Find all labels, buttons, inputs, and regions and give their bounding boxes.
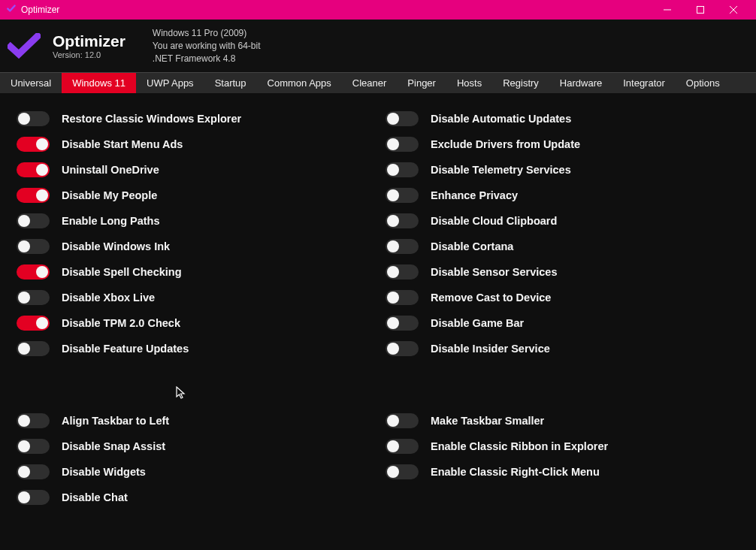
header: Optimizer Version: 12.0 Windows 11 Pro (… (0, 20, 756, 72)
toggle-row-taskbar_smaller: Make Taskbar Smaller (386, 413, 739, 428)
tab-windows11[interactable]: Windows 11 (62, 73, 136, 93)
toggle-disable_ink[interactable] (17, 239, 50, 254)
toggle-row-disable_chat: Disable Chat (17, 490, 370, 505)
toggle-label-disable_my_people: Disable My People (62, 189, 157, 201)
toggle-row-restore_explorer: Restore Classic Windows Explorer (17, 111, 370, 126)
toggle-disable_spell[interactable] (17, 264, 50, 280)
toggle-row-disable_feature: Disable Feature Updates (17, 341, 370, 356)
toggle-label-align_taskbar_left: Align Taskbar to Left (62, 415, 169, 427)
toggle-label-disable_cortana: Disable Cortana (431, 240, 513, 252)
toggle-disable_auto_upd[interactable] (386, 111, 419, 126)
toggle-knob (18, 466, 30, 478)
toggle-knob (387, 164, 399, 176)
toggle-label-classic_ribbon: Enable Classic Ribbon in Explorer (431, 440, 608, 452)
toggle-classic_rclick[interactable] (386, 464, 419, 479)
toggle-label-enhance_privacy: Enhance Privacy (431, 189, 518, 201)
tab-cleaner[interactable]: Cleaner (342, 73, 398, 93)
toggle-row-uninstall_onedrive: Uninstall OneDrive (17, 162, 370, 177)
env-arch: You are working with 64-bit (153, 40, 261, 53)
toggle-knob (18, 292, 30, 304)
toggle-row-disable_xbox: Disable Xbox Live (17, 290, 370, 305)
toggle-knob (387, 138, 399, 150)
toggle-exclude_drivers[interactable] (386, 137, 419, 152)
app-version: Version: 12.0 (53, 50, 125, 59)
toggle-disable_chat[interactable] (17, 490, 50, 505)
toggle-knob (387, 343, 399, 355)
tab-uwp[interactable]: UWP Apps (136, 73, 204, 93)
toggle-label-uninstall_onedrive: Uninstall OneDrive (62, 164, 159, 176)
toggle-disable_cloudclip[interactable] (386, 213, 419, 228)
toggle-restore_explorer[interactable] (17, 111, 50, 126)
toggle-knob (36, 189, 48, 201)
minimize-button[interactable] (651, 0, 684, 20)
toggle-label-disable_start_ads: Disable Start Menu Ads (62, 138, 183, 150)
toggle-label-exclude_drivers: Exclude Drivers from Update (431, 138, 580, 150)
titlebar: Optimizer (0, 0, 756, 20)
toggle-label-disable_sensor: Disable Sensor Services (431, 266, 557, 278)
tab-commonapps[interactable]: Common Apps (257, 73, 342, 93)
toggle-disable_telemetry[interactable] (386, 162, 419, 177)
toggle-row-disable_cloudclip: Disable Cloud Clipboard (386, 213, 739, 228)
toggle-knob (387, 215, 399, 227)
env-dotnet: .NET Framework 4.8 (153, 53, 261, 65)
toggle-row-enable_long_paths: Enable Long Paths (17, 213, 370, 228)
toggle-taskbar_smaller[interactable] (386, 413, 419, 428)
settings-column-left: Restore Classic Windows ExplorerDisable … (17, 111, 370, 536)
toggle-label-classic_rclick: Enable Classic Right-Click Menu (431, 466, 600, 478)
toggle-knob (18, 491, 30, 503)
toggle-row-disable_cortana: Disable Cortana (386, 239, 739, 254)
tab-universal[interactable]: Universal (0, 73, 62, 93)
toggle-row-disable_gamebar: Disable Game Bar (386, 316, 739, 331)
window-controls (651, 0, 750, 20)
tab-hardware[interactable]: Hardware (549, 73, 612, 93)
toggle-disable_feature[interactable] (17, 341, 50, 356)
toggle-disable_sensor[interactable] (386, 264, 419, 280)
tab-hosts[interactable]: Hosts (446, 73, 492, 93)
toggle-row-disable_widgets: Disable Widgets (17, 464, 370, 479)
toggle-knob (36, 317, 48, 329)
close-button[interactable] (717, 0, 750, 20)
toggle-align_taskbar_left[interactable] (17, 413, 50, 428)
toggle-enable_long_paths[interactable] (17, 213, 50, 228)
toggle-knob (387, 415, 399, 427)
toggle-knob (18, 113, 30, 125)
svg-rect-1 (697, 7, 704, 14)
toggle-disable_cortana[interactable] (386, 239, 419, 254)
toggle-classic_ribbon[interactable] (386, 439, 419, 454)
app-title-block: Optimizer Version: 12.0 (53, 32, 125, 59)
toggle-knob (387, 189, 399, 201)
toggle-knob (387, 292, 399, 304)
tab-startup[interactable]: Startup (204, 73, 257, 93)
toggle-knob (387, 266, 399, 278)
tab-integrator[interactable]: Integrator (612, 73, 676, 93)
toggle-uninstall_onedrive[interactable] (17, 162, 50, 177)
toggle-disable_insider[interactable] (386, 341, 419, 356)
toggle-disable_my_people[interactable] (17, 188, 50, 203)
toggle-label-disable_ink: Disable Windows Ink (62, 240, 170, 252)
toggle-disable_tpm[interactable] (17, 316, 50, 331)
tab-registry[interactable]: Registry (492, 73, 549, 93)
toggle-remove_cast[interactable] (386, 290, 419, 305)
toggle-enhance_privacy[interactable] (386, 188, 419, 203)
tab-pinger[interactable]: Pinger (397, 73, 446, 93)
toggle-row-disable_insider: Disable Insider Service (386, 341, 739, 356)
toggle-disable_start_ads[interactable] (17, 137, 50, 152)
toggle-knob (18, 343, 30, 355)
toggle-label-taskbar_smaller: Make Taskbar Smaller (431, 415, 544, 427)
toggle-knob (36, 164, 48, 176)
toggle-knob (18, 240, 30, 252)
settings-column-right: Disable Automatic UpdatesExclude Drivers… (386, 111, 739, 536)
toggle-disable_snap[interactable] (17, 439, 50, 454)
toggle-disable_xbox[interactable] (17, 290, 50, 305)
toggle-knob (387, 113, 399, 125)
toggle-disable_widgets[interactable] (17, 464, 50, 479)
tab-options[interactable]: Options (676, 73, 730, 93)
app-title: Optimizer (53, 32, 125, 50)
toggle-knob (387, 240, 399, 252)
toggle-knob (18, 440, 30, 452)
toggle-label-disable_widgets: Disable Widgets (62, 466, 146, 478)
toggle-label-disable_tpm: Disable TPM 2.0 Check (62, 317, 180, 329)
toggle-label-remove_cast: Remove Cast to Device (431, 292, 551, 304)
maximize-button[interactable] (684, 0, 717, 20)
toggle-disable_gamebar[interactable] (386, 316, 419, 331)
